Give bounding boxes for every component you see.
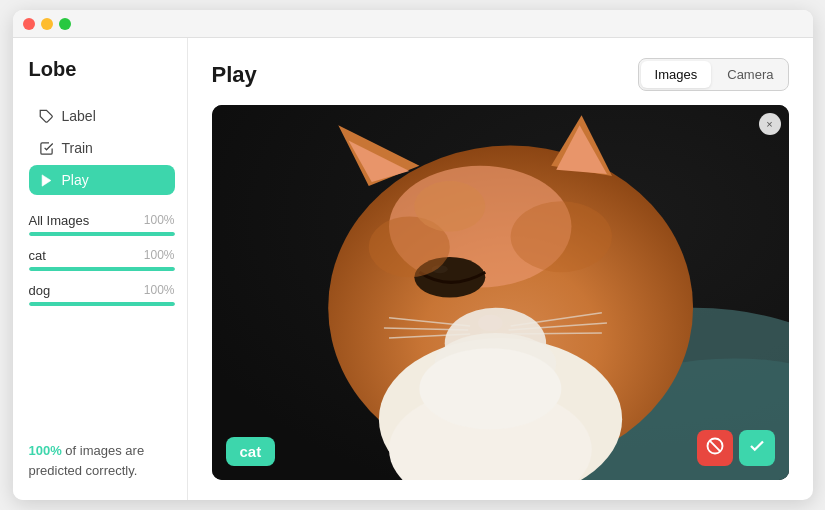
maximize-traffic-light[interactable] <box>59 18 71 30</box>
svg-line-29 <box>709 440 720 451</box>
footer-pct: 100% <box>29 443 62 458</box>
footer-text: 100% of images are predicted correctly. <box>29 441 175 480</box>
sidebar-item-play[interactable]: Play <box>29 165 175 195</box>
main-header: Play Images Camera <box>212 58 789 91</box>
progress-cat <box>29 267 175 271</box>
play-icon <box>39 173 54 188</box>
close-button[interactable]: × <box>759 113 781 135</box>
sidebar-item-train-text: Train <box>62 140 93 156</box>
toggle-camera-button[interactable]: Camera <box>713 59 787 90</box>
stat-cat-label: cat <box>29 248 46 263</box>
stat-all-images: All Images 100% <box>29 213 175 236</box>
accept-icon <box>748 437 766 460</box>
label-icon <box>39 109 54 124</box>
stat-cat-pct: 100% <box>144 248 175 263</box>
app-title: Lobe <box>29 58 175 81</box>
close-traffic-light[interactable] <box>23 18 35 30</box>
accept-button[interactable] <box>739 430 775 466</box>
stat-cat: cat 100% <box>29 248 175 271</box>
main-content: Play Images Camera <box>188 38 813 500</box>
content-area: Lobe Label Train <box>13 38 813 500</box>
app-window: Lobe Label Train <box>13 10 813 500</box>
sidebar: Lobe Label Train <box>13 38 188 500</box>
stat-dog: dog 100% <box>29 283 175 306</box>
svg-point-27 <box>419 348 561 429</box>
stat-dog-pct: 100% <box>144 283 175 298</box>
titlebar <box>13 10 813 38</box>
image-container: × cat <box>212 105 789 480</box>
progress-all-images <box>29 232 175 236</box>
page-title: Play <box>212 62 257 88</box>
stat-dog-label: dog <box>29 283 51 298</box>
stat-all-images-label: All Images <box>29 213 90 228</box>
sidebar-item-play-text: Play <box>62 172 89 188</box>
reject-icon <box>706 437 724 460</box>
stat-all-images-pct: 100% <box>144 213 175 228</box>
sidebar-item-label-text: Label <box>62 108 96 124</box>
prediction-label: cat <box>226 437 276 466</box>
minimize-traffic-light[interactable] <box>41 18 53 30</box>
svg-marker-1 <box>42 174 51 185</box>
action-buttons <box>697 430 775 466</box>
sidebar-item-label[interactable]: Label <box>29 101 175 131</box>
stats-section: All Images 100% cat 100% <box>29 213 175 318</box>
train-icon <box>39 141 54 156</box>
svg-point-23 <box>510 201 611 272</box>
progress-dog <box>29 302 175 306</box>
toggle-images-button[interactable]: Images <box>641 61 712 88</box>
svg-point-24 <box>414 181 485 232</box>
reject-button[interactable] <box>697 430 733 466</box>
view-toggle: Images Camera <box>638 58 789 91</box>
sidebar-item-train[interactable]: Train <box>29 133 175 163</box>
